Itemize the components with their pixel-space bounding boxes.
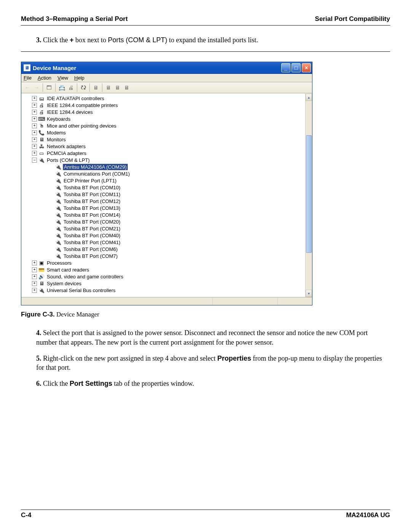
menu-view[interactable]: View xyxy=(57,75,68,81)
scroll-thumb[interactable] xyxy=(306,135,312,253)
menu-help[interactable]: Help xyxy=(74,75,84,81)
tree-item-port[interactable]: 🔌Anritsu MA24106A (COM29) xyxy=(21,163,305,170)
tree-item[interactable]: +🖧Network adapters xyxy=(21,143,305,150)
expand-toggle[interactable]: + xyxy=(32,96,37,101)
tree-label: Toshiba BT Port (COM10) xyxy=(63,185,121,190)
page-footer: C-4 MA24106A UG xyxy=(21,510,390,519)
scan-icon[interactable]: 🖥 xyxy=(91,83,100,92)
device-icon: 🔌 xyxy=(55,191,61,197)
tree-label: Processors xyxy=(46,260,72,266)
tree-item[interactable]: +🔊Sound, video and game controllers xyxy=(21,273,305,280)
tree-item-port[interactable]: 🔌Toshiba BT Port (COM7) xyxy=(21,252,305,259)
scroll-down-icon[interactable]: ▾ xyxy=(306,290,312,297)
uninstall-icon[interactable]: 🖥 xyxy=(104,83,113,92)
device-icon: 🔌 xyxy=(55,205,61,211)
tree-item-port[interactable]: 🔌Toshiba BT Port (COM13) xyxy=(21,204,305,211)
tree-label: IEEE 1284.4 compatible printers xyxy=(46,102,118,108)
expand-toggle[interactable]: + xyxy=(32,281,37,286)
tree-item[interactable]: +▣Processors xyxy=(21,259,305,266)
tree-view-icon[interactable]: 🗔 xyxy=(45,83,54,92)
device-icon: 💳 xyxy=(38,267,45,273)
tree-item-port[interactable]: 🔌Toshiba BT Port (COM12) xyxy=(21,198,305,204)
tree-label: Toshiba BT Port (COM41) xyxy=(63,240,121,245)
print-icon[interactable]: 🖨 xyxy=(66,83,75,92)
expand-toggle[interactable]: + xyxy=(32,103,37,108)
step-4: 4. Select the port that is assigned to t… xyxy=(36,328,390,347)
device-icon: 🖴 xyxy=(38,95,45,101)
close-button[interactable]: × xyxy=(302,63,311,72)
tree-item[interactable]: +▭PCMCIA adapters xyxy=(21,150,305,157)
menu-bar: File Action View Help xyxy=(21,74,312,82)
tree-item-port[interactable]: 🔌Communications Port (COM1) xyxy=(21,170,305,177)
divider xyxy=(21,51,390,52)
tree-label: Toshiba BT Port (COM13) xyxy=(63,205,121,211)
device-manager-window: 🖥 Device Manager _ □ × File Action View … xyxy=(21,62,312,305)
device-icon: 🖧 xyxy=(38,143,45,149)
maximize-button[interactable]: □ xyxy=(292,63,301,72)
expand-toggle[interactable]: + xyxy=(32,117,37,121)
tree-item-port[interactable]: 🔌Toshiba BT Port (COM6) xyxy=(21,246,305,252)
header-left: Method 3–Remapping a Serial Port xyxy=(21,15,128,23)
tree-item-port[interactable]: 🔌Toshiba BT Port (COM20) xyxy=(21,218,305,225)
expand-toggle[interactable]: + xyxy=(32,144,37,149)
tree-item-port[interactable]: 🔌Toshiba BT Port (COM11) xyxy=(21,191,305,198)
expand-toggle[interactable]: + xyxy=(32,151,37,156)
scroll-up-icon[interactable]: ▴ xyxy=(306,94,312,101)
tree-label: IDE ATA/ATAPI controllers xyxy=(46,96,105,101)
device-icon: 🔌 xyxy=(55,232,61,238)
menu-file[interactable]: File xyxy=(24,75,32,81)
tree-item[interactable]: +🖴IDE ATA/ATAPI controllers xyxy=(21,95,305,102)
vertical-scrollbar[interactable]: ▴ ▾ xyxy=(305,94,312,297)
device-icon: 🖥 xyxy=(38,280,45,286)
expand-toggle[interactable]: + xyxy=(32,123,37,128)
tree-label: Toshiba BT Port (COM20) xyxy=(63,219,121,225)
tree-label: Toshiba BT Port (COM12) xyxy=(63,198,121,204)
expand-toggle[interactable]: + xyxy=(32,260,37,265)
titlebar[interactable]: 🖥 Device Manager _ □ × xyxy=(21,62,312,74)
expand-toggle[interactable]: + xyxy=(32,274,37,279)
tree-item[interactable]: +📞Modems xyxy=(21,129,305,136)
device-icon: 🔌 xyxy=(55,246,61,252)
tree-item[interactable]: +💳Smart card readers xyxy=(21,266,305,273)
device-icon: 🖨 xyxy=(38,102,45,108)
tree-item-port[interactable]: 🔌Toshiba BT Port (COM41) xyxy=(21,239,305,246)
tree-item[interactable]: +🖨IEEE 1284.4 devices xyxy=(21,109,305,115)
device-icon: 🖥 xyxy=(38,136,45,142)
update-driver-icon[interactable]: 🖥 xyxy=(122,83,131,92)
refresh-icon[interactable]: 🗘 xyxy=(79,83,88,92)
menu-action[interactable]: Action xyxy=(38,75,51,81)
step-5: 5. Right-click on the new port assigned … xyxy=(36,354,390,372)
device-icon: 🔌 xyxy=(55,219,61,225)
tree-pane: +🖴IDE ATA/ATAPI controllers+🖨IEEE 1284.4… xyxy=(21,93,312,297)
minimize-button[interactable]: _ xyxy=(281,63,290,72)
disable-icon[interactable]: 🖥 xyxy=(113,83,122,92)
tree-item[interactable]: +🔌Universal Serial Bus controllers xyxy=(21,287,305,294)
expand-toggle[interactable]: + xyxy=(32,130,37,135)
expand-toggle[interactable]: + xyxy=(32,110,37,115)
tree-item[interactable]: +🖨IEEE 1284.4 compatible printers xyxy=(21,102,305,109)
tree-item-port[interactable]: 🔌ECP Printer Port (LPT1) xyxy=(21,177,305,184)
device-icon: 🖱 xyxy=(38,123,45,129)
expand-toggle[interactable]: + xyxy=(32,137,37,142)
expand-toggle[interactable]: + xyxy=(32,267,37,272)
tree-item-port[interactable]: 🔌Toshiba BT Port (COM14) xyxy=(21,211,305,218)
tree-label: Toshiba BT Port (COM6) xyxy=(63,246,118,252)
device-icon: 📞 xyxy=(38,129,45,136)
status-bar xyxy=(21,297,312,305)
tree-item[interactable]: +🖥Monitors xyxy=(21,136,305,143)
tree-item-port[interactable]: 🔌Toshiba BT Port (COM10) xyxy=(21,184,305,191)
tree-item[interactable]: +🖱Mice and other pointing devices xyxy=(21,122,305,129)
tree-item[interactable]: +🖥System devices xyxy=(21,280,305,287)
expand-toggle[interactable]: + xyxy=(32,288,37,293)
back-icon[interactable]: ← xyxy=(23,83,32,92)
tree-label: Communications Port (COM1) xyxy=(63,171,131,177)
tree-item-ports[interactable]: –🔌Ports (COM & LPT) xyxy=(21,157,305,163)
page-header: Method 3–Remapping a Serial Port Serial … xyxy=(21,15,390,26)
forward-icon[interactable]: → xyxy=(32,83,41,92)
tree-item[interactable]: +⌨Keyboards xyxy=(21,115,305,122)
tree-label: Network adapters xyxy=(46,144,86,149)
tree-item-port[interactable]: 🔌Toshiba BT Port (COM21) xyxy=(21,225,305,232)
properties-icon[interactable]: 📇 xyxy=(57,83,66,92)
expand-toggle[interactable]: – xyxy=(32,158,37,163)
tree-item-port[interactable]: 🔌Toshiba BT Port (COM40) xyxy=(21,232,305,239)
